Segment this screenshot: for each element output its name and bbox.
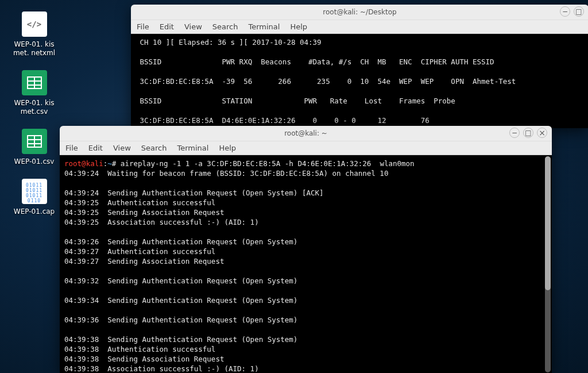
menu-view[interactable]: View <box>113 144 131 152</box>
window-controls: − □ <box>560 6 584 17</box>
menubar: File Edit View Search Terminal Help <box>60 141 552 155</box>
scrollbar-thumb[interactable] <box>545 156 551 290</box>
menu-terminal[interactable]: Terminal <box>177 144 208 152</box>
desktop-file-kismet-netxml[interactable]: </> WEP-01. kismet. netxml <box>7 11 61 57</box>
titlebar[interactable]: root@kali: ~/Desktop − □ <box>131 5 588 20</box>
binary-file-icon: 01011 01011 01011 0110 <box>22 179 47 204</box>
desktop-file-csv[interactable]: WEP-01.csv <box>7 129 61 166</box>
window-controls: − □ × <box>509 128 547 138</box>
maximize-button[interactable]: □ <box>523 128 533 138</box>
prompt-path: ~ <box>107 159 112 168</box>
menubar: File Edit View Search Terminal Help <box>131 20 588 34</box>
minimize-button[interactable]: − <box>560 6 570 17</box>
menu-search[interactable]: Search <box>141 144 167 152</box>
prompt-user: root@kali <box>64 159 103 168</box>
scrollbar[interactable] <box>545 156 551 372</box>
menu-view[interactable]: View <box>184 22 202 31</box>
window-title: root@kali: ~/Desktop <box>323 8 396 16</box>
menu-help[interactable]: Help <box>290 22 307 31</box>
close-button[interactable]: × <box>537 128 547 138</box>
menu-file[interactable]: File <box>137 22 149 31</box>
menu-edit[interactable]: Edit <box>160 22 174 31</box>
xml-file-icon: </> <box>22 11 47 37</box>
minimize-button[interactable]: − <box>509 128 520 138</box>
spreadsheet-file-icon <box>22 70 47 95</box>
icon-label: WEP-01.csv <box>14 157 55 166</box>
icon-label: WEP-01.cap <box>14 207 55 216</box>
spreadsheet-file-icon <box>22 129 47 154</box>
terminal-window-aireplay[interactable]: root@kali: ~ − □ × File Edit View Search… <box>60 126 552 373</box>
menu-terminal[interactable]: Terminal <box>248 22 280 31</box>
command-output: 04:39:24 Waiting for beacon frame (BSSID… <box>64 169 388 373</box>
menu-help[interactable]: Help <box>219 144 236 152</box>
menu-edit[interactable]: Edit <box>88 144 103 152</box>
command-line: aireplay-ng -1 1 -a 3C:DF:BD:EC:E8:5A -h… <box>121 159 415 168</box>
titlebar[interactable]: root@kali: ~ − □ × <box>60 126 552 141</box>
maximize-button[interactable]: □ <box>574 6 584 17</box>
terminal-output[interactable]: root@kali:~# aireplay-ng -1 1 -a 3C:DF:B… <box>60 155 552 373</box>
menu-search[interactable]: Search <box>212 22 238 31</box>
desktop-file-kismet-csv[interactable]: WEP-01. kismet.csv <box>7 70 61 116</box>
window-title: root@kali: ~ <box>284 129 327 137</box>
icon-label: WEP-01. kismet. netxml <box>11 40 57 57</box>
icon-label: WEP-01. kismet.csv <box>11 99 57 116</box>
desktop-file-cap[interactable]: 01011 01011 01011 0110 WEP-01.cap <box>7 179 61 216</box>
terminal-output[interactable]: CH 10 ][ Elapsed: 36 s ][ 2017-10-28 04:… <box>131 34 588 128</box>
terminal-window-airodump[interactable]: root@kali: ~/Desktop − □ File Edit View … <box>131 5 588 128</box>
menu-file[interactable]: File <box>65 144 78 152</box>
